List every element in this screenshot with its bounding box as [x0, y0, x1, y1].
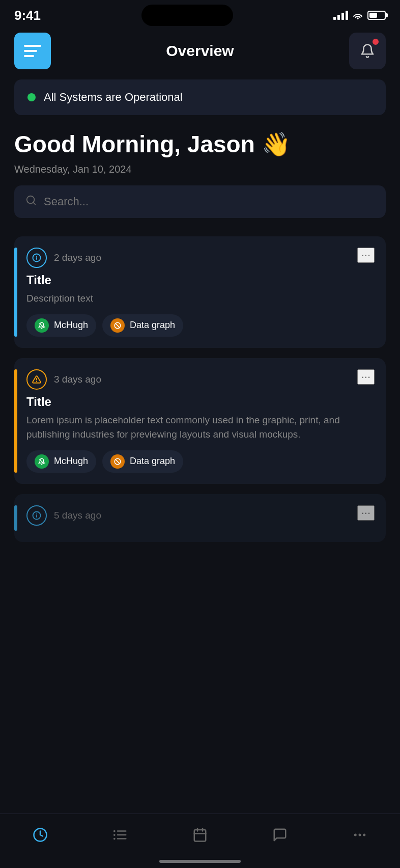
status-icons [333, 11, 386, 20]
card-header: 3 days ago ··· [26, 369, 375, 390]
hamburger-icon [24, 45, 41, 57]
notification-button[interactable] [349, 33, 386, 69]
tag-mchugh[interactable]: McHugh [26, 314, 96, 337]
tag-mchugh[interactable]: McHugh [26, 450, 96, 473]
svg-line-1 [33, 202, 35, 204]
status-text: All Systems are Operational [44, 91, 183, 104]
card-time: 2 days ago [54, 252, 101, 263]
menu-button[interactable] [14, 33, 51, 69]
datagraph-icon [110, 318, 125, 333]
greeting-date: Wednesday, Jan 10, 2024 [14, 164, 386, 175]
card-meta: 2 days ago [26, 248, 101, 268]
card-title: Title [26, 395, 375, 409]
tag-label: Data graph [130, 456, 175, 467]
card-accent-bar [14, 248, 17, 337]
tag-label: McHugh [54, 320, 88, 331]
info-icon [26, 248, 47, 268]
svg-rect-23 [194, 830, 206, 842]
card-tags: McHugh Data graph [26, 450, 375, 473]
page-title: Overview [166, 42, 234, 60]
card-meta: 5 days ago [26, 505, 101, 526]
status-time: 9:41 [14, 8, 41, 23]
card-item: 2 days ago ··· Title Description text Mc… [14, 236, 386, 348]
chat-icon [272, 827, 288, 843]
card-content: 3 days ago ··· Title Lorem ipsum is plac… [26, 369, 375, 473]
card-header: 5 days ago ··· [26, 505, 375, 526]
card-description: Description text [26, 291, 375, 306]
bell-icon [360, 43, 375, 59]
card-time: 5 days ago [54, 510, 101, 521]
tag-label: Data graph [130, 320, 175, 331]
svg-line-7 [116, 323, 120, 328]
cards-list: 2 days ago ··· Title Description text Mc… [0, 236, 400, 542]
nav-list[interactable] [105, 822, 135, 848]
svg-point-27 [355, 834, 356, 836]
svg-point-28 [359, 834, 361, 836]
dashboard-icon [33, 827, 48, 843]
header: Overview [0, 28, 400, 79]
mchugh-icon [35, 454, 49, 469]
nav-overview[interactable] [25, 822, 55, 848]
greeting-title: Good Morning, Jason 👋 [14, 130, 386, 158]
card-meta: 3 days ago [26, 369, 101, 390]
notch [141, 5, 233, 26]
card-header: 2 days ago ··· [26, 248, 375, 268]
card-content: 5 days ago ··· [26, 505, 375, 531]
nav-chat[interactable] [265, 822, 295, 848]
card-more-button[interactable]: ··· [357, 505, 375, 521]
card-tags: McHugh Data graph [26, 314, 375, 337]
card-item: 5 days ago ··· [14, 494, 386, 542]
tag-label: McHugh [54, 456, 88, 467]
system-status-banner: All Systems are Operational [14, 79, 386, 115]
wifi-icon [352, 11, 363, 19]
card-accent-bar [14, 505, 17, 531]
tag-datagraph[interactable]: Data graph [102, 450, 183, 473]
greeting-section: Good Morning, Jason 👋 Wednesday, Jan 10,… [0, 130, 400, 185]
signal-icon [333, 11, 348, 20]
svg-line-12 [116, 459, 120, 464]
battery-icon [367, 11, 386, 20]
card-more-button[interactable]: ··· [357, 248, 375, 263]
search-icon [25, 195, 37, 209]
home-indicator [159, 860, 241, 863]
status-bar: 9:41 [0, 0, 400, 28]
more-icon [352, 827, 367, 843]
tag-datagraph[interactable]: Data graph [102, 314, 183, 337]
svg-point-29 [364, 834, 365, 836]
card-description: Lorem ipsum is placeholder text commonly… [26, 413, 375, 442]
datagraph-icon [110, 454, 125, 469]
card-time: 3 days ago [54, 374, 101, 385]
mchugh-icon [35, 318, 49, 333]
calendar-icon [192, 827, 208, 843]
card-title: Title [26, 273, 375, 287]
info-icon [26, 505, 47, 526]
status-dot [27, 93, 36, 101]
card-more-button[interactable]: ··· [357, 369, 375, 385]
card-accent-bar [14, 369, 17, 473]
list-icon [112, 827, 128, 843]
search-container[interactable] [14, 185, 386, 218]
card-content: 2 days ago ··· Title Description text Mc… [26, 248, 375, 337]
warning-icon [26, 369, 47, 390]
search-input[interactable] [44, 195, 375, 208]
nav-more[interactable] [345, 822, 375, 848]
card-item: 3 days ago ··· Title Lorem ipsum is plac… [14, 358, 386, 484]
notification-badge [373, 39, 379, 45]
nav-calendar[interactable] [185, 822, 215, 848]
